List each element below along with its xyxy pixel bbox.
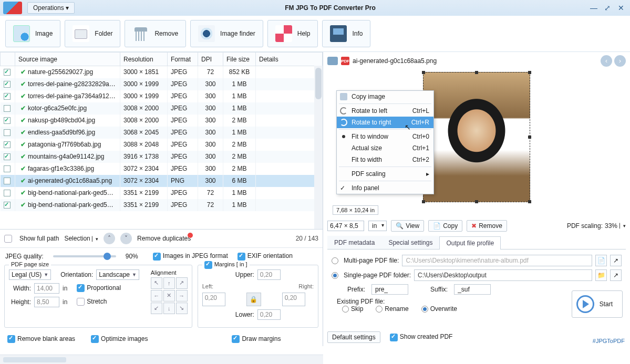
row-checkbox[interactable] (4, 190, 11, 196)
table-row[interactable]: ✔mountains-g4a0e91142.jpg3916 × 1738JPEG… (1, 151, 323, 163)
copy-button[interactable]: 📄Copy (428, 220, 462, 232)
folder-button[interactable]: Folder (65, 20, 120, 47)
show-full-path-checkbox[interactable] (4, 235, 12, 243)
ctx-actual-size[interactable]: Actual sizeCtrl+1 (337, 142, 433, 154)
table-row[interactable]: ✔torres-del-paine-g28232829a.jpg3000 × 1… (1, 78, 323, 90)
tab-special-settings[interactable]: Special settings (381, 236, 439, 249)
orientation-select[interactable]: Landscape▼ (96, 269, 139, 280)
scrollbar-thumb[interactable] (315, 68, 322, 99)
height-input[interactable]: 8,50 (34, 297, 59, 307)
table-row[interactable]: ✔nature-g255629027.jpg3000 × 1851JPEG728… (1, 66, 323, 78)
optimize-checkbox[interactable] (91, 335, 99, 343)
ctx-pdf-scaling[interactable]: PDF scaling▸ (337, 168, 433, 180)
multipage-radio[interactable] (332, 257, 338, 264)
minimize-button[interactable]: — (588, 2, 600, 14)
suffix-input[interactable]: _suf (454, 284, 491, 295)
table-row[interactable]: ✔nakusp-gb489cbd04.jpg3008 × 2000JPEG300… (1, 115, 323, 127)
table-row[interactable]: ✔big-bend-national-park-ged52be…3351 × 2… (1, 199, 323, 211)
view-button[interactable]: 🔍View (391, 220, 424, 232)
table-row[interactable]: ✔torres-del-paine-ga7364a912.jpg3000 × 1… (1, 90, 323, 102)
row-checkbox[interactable] (4, 202, 11, 209)
table-scrollbar[interactable] (314, 66, 323, 229)
images-jpeg-checkbox[interactable] (153, 253, 161, 261)
overwrite-radio[interactable] (421, 306, 428, 313)
ctx-rotate-right[interactable]: Rotate to rightCtrl+R (337, 117, 433, 128)
next-image-button[interactable]: › (614, 55, 626, 67)
remove-button[interactable]: Remove (125, 20, 186, 47)
prev-image-button[interactable]: ‹ (601, 55, 612, 67)
lock-margins-button[interactable]: 🔒 (246, 293, 261, 306)
col-check[interactable] (1, 53, 15, 66)
row-checkbox[interactable] (4, 129, 11, 136)
row-checkbox[interactable] (4, 178, 11, 184)
multipage-open-icon[interactable]: ↗ (610, 255, 622, 266)
row-checkbox[interactable] (4, 81, 11, 88)
selection-dropdown[interactable]: Selection ▏▾ (64, 235, 98, 242)
tab-pdf-metadata[interactable]: PDF metadata (327, 236, 381, 249)
rename-radio[interactable] (376, 306, 383, 313)
row-checkbox[interactable] (4, 105, 11, 112)
width-input[interactable]: 14,00 (34, 283, 59, 294)
resize-handle[interactable] (475, 200, 478, 203)
resize-handle[interactable] (528, 136, 531, 139)
row-checkbox[interactable] (4, 93, 11, 100)
dimension-input[interactable]: 6,47 × 8,5 (327, 221, 364, 231)
stretch-checkbox[interactable] (77, 298, 85, 306)
table-row[interactable]: ✔patagonia-g7f769b6ab.jpg3088 × 2048JPEG… (1, 139, 323, 151)
default-settings-button[interactable]: Default settings (327, 331, 380, 343)
close-button[interactable]: ✕ (615, 2, 627, 14)
image-finder-button[interactable]: Image finder (190, 20, 263, 47)
row-checkbox[interactable] (4, 69, 11, 76)
multipage-path[interactable]: C:\Users\Desktop\kimenet\nature-album.pd… (402, 255, 592, 266)
remove-preview-button[interactable]: ✖Remove (467, 220, 507, 232)
start-button[interactable]: Start (572, 290, 623, 318)
draw-margins-checkbox[interactable] (232, 335, 240, 343)
skip-radio[interactable] (342, 306, 349, 313)
maximize-button[interactable]: ⤢ (602, 2, 613, 14)
table-row[interactable]: ✔endless-gaa5d9bf96.jpg3068 × 2045JPEG30… (1, 127, 323, 139)
image-button[interactable]: Image (5, 20, 60, 47)
open-folder-icon[interactable]: ↗ (610, 269, 622, 281)
left-input[interactable]: 0,20 (202, 293, 225, 306)
margins-checkbox[interactable] (204, 261, 212, 269)
operations-menu[interactable]: Operations ▾ (27, 2, 75, 14)
resize-handle[interactable] (422, 200, 425, 203)
jpeg-quality-slider[interactable] (53, 255, 116, 257)
remove-blank-checkbox[interactable] (7, 335, 15, 343)
slider-knob[interactable] (104, 253, 111, 260)
table-row[interactable]: ✔ai-generated-g0c1c68aa5.png3072 × 2304P… (1, 175, 323, 187)
upper-input[interactable]: 0,20 (257, 269, 281, 280)
ctx-info-panel[interactable]: ✓Info panel (337, 182, 433, 194)
show-created-checkbox[interactable] (390, 334, 398, 341)
move-up-button[interactable]: ˄ (104, 233, 115, 244)
resize-handle[interactable] (528, 71, 531, 74)
row-checkbox[interactable] (4, 117, 11, 124)
ctx-copy-image[interactable]: Copy image (337, 91, 433, 102)
col-format[interactable]: Format (168, 53, 198, 66)
singlepage-path[interactable]: C:\Users\Desktop\output (414, 269, 592, 281)
pdf-scaling-value[interactable]: 33% (605, 222, 617, 230)
row-checkbox[interactable] (4, 141, 11, 148)
alignment-grid[interactable]: ↖↑↗ ←✕→ ↙↓↘ (151, 277, 188, 314)
lower-input[interactable]: 0,20 (257, 309, 281, 320)
resize-handle[interactable] (475, 71, 478, 74)
unit-select[interactable]: in (368, 221, 387, 231)
col-filesize[interactable]: File size (223, 53, 256, 66)
table-row[interactable]: ✔fagaras-gf1e3c3386.jpg3072 × 2304JPEG30… (1, 163, 323, 175)
tab-output-file-profile[interactable]: Output file profile (439, 236, 501, 249)
proportional-checkbox[interactable] (77, 284, 85, 292)
row-checkbox[interactable] (4, 153, 11, 160)
table-row[interactable]: ✔big-bend-national-park-ged52be…3351 × 2… (1, 187, 323, 199)
ctx-fit-window[interactable]: Fit to windowCtrl+0 (337, 131, 433, 142)
remove-duplicates-button[interactable]: Remove duplicates (137, 235, 191, 242)
row-checkbox[interactable] (4, 165, 11, 172)
page-preset-select[interactable]: Legal (US)▼ (9, 269, 51, 280)
col-source[interactable]: Source image (15, 53, 120, 66)
exif-checkbox[interactable] (237, 253, 245, 261)
ctx-rotate-left[interactable]: Rotate to leftCtrl+L (337, 105, 433, 117)
table-row[interactable]: ✔kotor-g6ca25e0fc.jpg3008 × 2000JPEG3001… (1, 102, 323, 115)
resize-handle[interactable] (528, 200, 531, 203)
preview-image[interactable] (423, 72, 530, 202)
resize-handle[interactable] (422, 71, 425, 74)
singlepage-radio[interactable] (332, 272, 338, 279)
